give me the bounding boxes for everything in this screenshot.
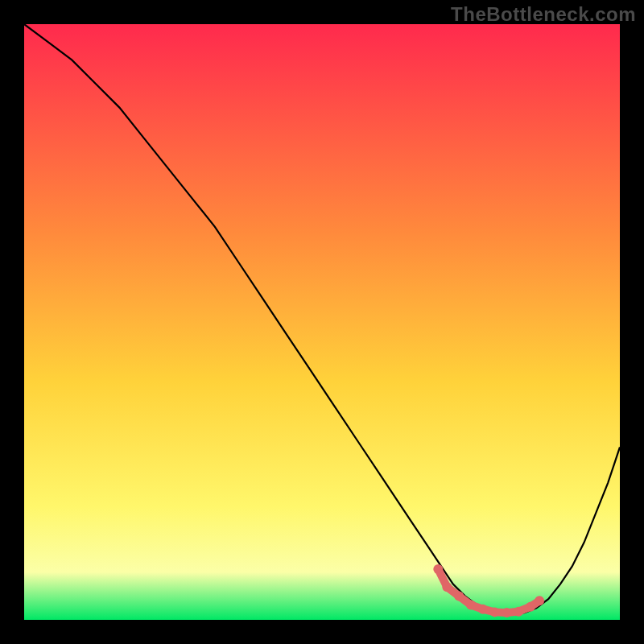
plot-area	[24, 24, 620, 620]
chart-frame: TheBottleneck.com	[0, 0, 644, 644]
gradient-background	[24, 24, 620, 620]
watermark-label: TheBottleneck.com	[451, 3, 636, 26]
bottleneck-chart	[24, 24, 620, 620]
